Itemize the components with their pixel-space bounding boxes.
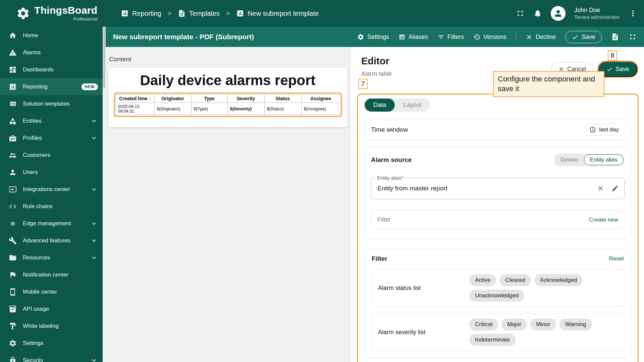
chip-cleared[interactable]: Cleared [499,274,531,286]
reporting-icon [9,83,17,91]
toolbar-divider [516,33,516,41]
component-config-panel: Data Layout Time window last day Alarm s… [357,94,639,362]
settings-label: Settings [367,34,389,41]
sidebar-scrollbar-thumb[interactable] [103,27,105,88]
breadcrumb-templates[interactable]: Templates [178,9,220,17]
alarm-table-preview[interactable]: Created time↓ Originator Type Severity S… [115,94,340,115]
breadcrumb-reporting[interactable]: Reporting [121,9,161,17]
chip-warning[interactable]: Warning [559,318,592,330]
chip-acknowledged[interactable]: Acknowledged [534,274,583,286]
cell-created-time: 2025-08-13 09:04:31 [115,103,154,115]
alarm-status-chips: Active Cleared Acknowledged Unacknowledg… [469,274,618,302]
sidebar-item-label: Settings [23,340,43,347]
toggle-device[interactable]: Device [554,155,584,165]
sidebar-scrollbar-track[interactable] [103,27,106,362]
time-window-label: Time window [371,126,408,133]
chip-unacknowledged[interactable]: Unacknowledged [469,290,524,302]
breadcrumb-separator: > [226,10,230,17]
sidebar-item-rule-chains[interactable]: Rule chains [0,198,103,215]
settings-button[interactable]: Settings [357,34,389,41]
more-menu-icon[interactable] [629,9,637,18]
chip-major[interactable]: Major [501,318,527,330]
notifications-icon[interactable] [533,9,542,18]
chip-indeterminate[interactable]: Indeterminate [469,334,516,346]
sidebar-item-edge-management[interactable]: Edge management [0,215,103,232]
sidebar-item-api-usage[interactable]: API usage [0,300,103,317]
decline-label: Decline [536,34,556,41]
time-window-value: last day [599,126,619,133]
sidebar-item-dashboards[interactable]: Dashboards [0,61,103,78]
templates-icon [178,9,186,17]
sidebar-item-resources[interactable]: Resources [0,249,103,266]
sidebar-item-solution-templates[interactable]: Solution templates [0,95,103,112]
clear-icon[interactable] [597,185,604,192]
editor-panel: Editor Alarm table Cancel Save 7 8 Confi… [351,47,644,362]
sidebar-item-label: Users [23,169,38,176]
chevron-down-icon [90,134,98,142]
toolbar-save-button[interactable]: Save [565,31,602,43]
sidebar-item-reporting[interactable]: Reporting NEW [0,78,103,95]
versions-button[interactable]: Versions [473,34,506,41]
sidebar-item-label: Entities [23,118,42,124]
sidebar-item-home[interactable]: Home [0,27,103,44]
logo-subtitle: Professional [34,16,97,21]
tab-layout[interactable]: Layout [395,99,430,112]
sidebar-item-settings[interactable]: Settings [0,335,103,352]
alarm-source-section: Alarm source Device Entity alias Entity … [365,147,631,239]
solution-templates-icon [9,100,17,108]
sidebar-item-label: Customers [23,152,50,159]
sidebar-item-advanced-features[interactable]: Advanced features [0,232,103,249]
chip-minor[interactable]: Minor [530,318,556,330]
sidebar-item-users[interactable]: Users [0,164,103,181]
api-usage-icon [9,305,17,313]
report-title: Daily device alarms report [108,72,347,88]
reset-link[interactable]: Reset [609,255,624,262]
user-avatar[interactable] [551,6,566,21]
sidebar-item-label: Advanced features [23,237,70,244]
cell-type: ${Type} [191,103,227,115]
thingsboard-logo[interactable]: ThingsBoard Professional [0,5,103,21]
filter-list-icon [437,34,444,41]
filters-button[interactable]: Filters [437,34,464,41]
sidebar-item-integrations-center[interactable]: Integrations center [0,181,103,198]
generate-report-icon[interactable] [611,33,619,41]
toolbar-save-label: Save [582,34,595,41]
aliases-button[interactable]: Aliases [398,34,428,41]
report-preview-card[interactable]: Daily device alarms report Created time↓… [108,68,347,127]
breadcrumb-separator: > [168,10,171,17]
alarm-source-header: Alarm source Device Entity alias [371,154,625,166]
create-new-link[interactable]: Create new [589,217,618,223]
entity-alias-value: Entity from master report [377,185,597,192]
decline-button[interactable]: Decline [526,34,556,41]
cell-originator: ${Originator} [154,103,191,115]
sidebar-item-profiles[interactable]: Profiles [0,129,103,146]
toggle-entity-alias[interactable]: Entity alias [584,155,624,165]
source-filter-label: Filter [377,216,391,223]
top-header: ThingsBoard Professional Reporting > Tem… [0,0,644,27]
security-icon [9,356,17,362]
sidebar-item-security[interactable]: Security [0,352,103,362]
user-role: Tenant administrator [574,14,620,20]
tab-data[interactable]: Data [365,99,395,112]
fullscreen-icon[interactable] [629,33,637,41]
sidebar-item-mobile-center[interactable]: Mobile center [0,283,103,300]
chip-active[interactable]: Active [469,274,496,286]
edit-icon[interactable] [611,185,619,192]
chip-critical[interactable]: Critical [469,318,498,330]
sidebar-item-alarms[interactable]: Alarms [0,44,103,61]
report-table-wrap: Created time↓ Originator Type Severity S… [108,93,347,117]
save-label: Save [615,66,629,73]
breadcrumb-new-subreport-template[interactable]: New subreport template [236,9,319,17]
sidebar-item-customers[interactable]: Customers [0,146,103,164]
time-window-button[interactable]: last day [584,124,625,136]
chevron-down-icon [90,237,98,245]
sidebar-item-label: Mobile center [23,289,57,295]
col-severity: Severity [227,95,264,103]
sidebar-item-entities[interactable]: Entities [0,112,103,129]
entity-alias-field[interactable]: Entity alias* Entity from master report [371,178,625,199]
sidebar-item-notification-center[interactable]: Notification center [0,266,103,283]
fullscreen-icon[interactable] [516,9,525,18]
content-panel: Content Daily device alarms report Creat… [106,47,351,362]
clock-icon [589,126,596,133]
sidebar-item-white-labeling[interactable]: White labeling [0,317,103,335]
